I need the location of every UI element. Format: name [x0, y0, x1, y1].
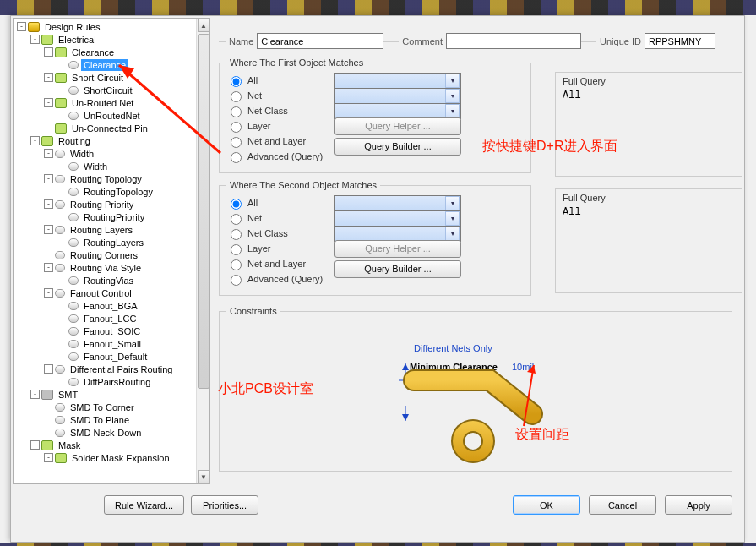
tree-expander[interactable]: - [44, 364, 53, 374]
tree-expander[interactable]: - [30, 440, 40, 450]
tree-item[interactable]: -Fanout Control [14, 287, 196, 299]
tree-item-label: Width [81, 161, 110, 172]
tree-item[interactable]: -SMT [14, 388, 196, 401]
comment-input[interactable] [446, 33, 581, 49]
tree-item[interactable]: SMD Neck-Down [14, 426, 196, 439]
first-object-legend: Where The First Object Matches [226, 57, 367, 68]
tree-item[interactable]: -Routing Topology [14, 172, 196, 185]
tree-item[interactable]: SMD To Plane [14, 413, 196, 426]
tree-item-label: Design Rules [42, 21, 102, 33]
name-input[interactable] [257, 33, 383, 49]
tree-scrollbar[interactable]: ▲ ▼ [196, 19, 209, 483]
rule-wizard-button[interactable]: Rule Wizard... [104, 495, 184, 515]
tree-expander[interactable]: - [17, 22, 26, 31]
match1-netclass[interactable]: Net Class [226, 103, 328, 118]
cancel-button[interactable]: Cancel [589, 495, 656, 515]
match1-query-builder-button[interactable]: Query Builder ... [334, 138, 461, 156]
tree-rule-icon [55, 226, 65, 234]
tree-item-label: DiffPairsRouting [81, 376, 153, 388]
tree-expander[interactable]: - [44, 453, 53, 462]
match1-net[interactable]: Net [226, 88, 328, 103]
match2-combo-netclass[interactable]: ▾ [334, 210, 461, 227]
match1-combo-net[interactable]: ▾ [334, 73, 461, 89]
match1-combo-netclass[interactable]: ▾ [334, 88, 461, 104]
tree-item[interactable]: -Un-Routed Net [14, 96, 196, 109]
match1-all[interactable]: All [226, 73, 328, 88]
tree-item[interactable]: -Solder Mask Expansion [14, 451, 196, 464]
match2-all[interactable]: All [226, 195, 328, 210]
tree-item[interactable]: -Clearance [14, 46, 196, 58]
tree-item-label: Width [68, 148, 96, 160]
tree-item[interactable]: Fanout_Default [14, 350, 196, 363]
tree-expander[interactable]: - [44, 174, 53, 183]
tree-rule-icon [68, 314, 79, 323]
tree-item[interactable]: Un-Connected Pin [14, 122, 196, 134]
tree-expander[interactable]: - [44, 263, 53, 272]
scroll-down-icon[interactable]: ▼ [198, 470, 209, 483]
apply-button[interactable]: Apply [665, 495, 732, 515]
match1-netlayer[interactable]: Net and Layer [226, 134, 328, 149]
tree-expander[interactable]: - [30, 390, 40, 399]
tree-item[interactable]: -Routing [14, 134, 196, 147]
clearance-graphic [389, 363, 574, 473]
tree-item[interactable]: RoutingPriority [14, 210, 196, 223]
match2-adv[interactable]: Advanced (Query) [226, 271, 328, 287]
tree-item-label: Routing Via Style [68, 262, 144, 274]
tree-expander[interactable]: - [44, 225, 53, 234]
tree-item-label: Un-Routed Net [69, 97, 136, 109]
tree-item[interactable]: Fanout_SOIC [14, 325, 196, 337]
tree-item[interactable]: DiffPairsRouting [14, 375, 196, 388]
match2-combo-net[interactable]: ▾ [334, 195, 461, 211]
ok-button[interactable]: OK [513, 495, 580, 515]
tree-item[interactable]: RoutingVias [14, 274, 196, 287]
tree-item[interactable]: -Width [14, 147, 196, 160]
rules-tree[interactable]: -Design Rules-Electrical-ClearanceCleara… [14, 19, 196, 466]
match1-adv[interactable]: Advanced (Query) [226, 149, 328, 164]
tree-item[interactable]: -Mask [14, 439, 196, 451]
match2-netlayer[interactable]: Net and Layer [226, 256, 328, 271]
tree-item[interactable]: -Short-Circuit [14, 71, 196, 84]
match2-query-builder-button[interactable]: Query Builder ... [334, 260, 461, 278]
tree-item[interactable]: SMD To Corner [14, 401, 196, 413]
tree-item[interactable]: Routing Corners [14, 248, 196, 261]
priorities-button[interactable]: Priorities... [191, 495, 258, 515]
scroll-up-icon[interactable]: ▲ [198, 19, 209, 32]
tree-cat-icon [41, 35, 53, 45]
match2-netclass[interactable]: Net Class [226, 226, 328, 241]
scroll-thumb[interactable] [198, 34, 209, 389]
tree-item[interactable]: Fanout_LCC [14, 312, 196, 325]
match1-layer[interactable]: Layer [226, 118, 328, 134]
match2-query-helper-button[interactable]: Query Helper ... [334, 240, 461, 258]
tree-expander[interactable]: - [44, 288, 53, 298]
tree-item[interactable]: RoutingTopology [14, 185, 196, 198]
tree-item[interactable]: Width [14, 160, 196, 172]
tree-item[interactable]: -Design Rules [14, 20, 196, 33]
tree-item[interactable]: -Electrical [14, 33, 196, 46]
tree-item[interactable]: UnRoutedNet [14, 109, 196, 122]
tree-item[interactable]: Clearance [14, 58, 196, 71]
tree-item[interactable]: RoutingLayers [14, 236, 196, 248]
comment-label: Comment [399, 36, 446, 46]
tree-item[interactable]: -Routing Via Style [14, 261, 196, 274]
tree-item[interactable]: -Routing Layers [14, 223, 196, 236]
tree-expander[interactable]: - [30, 136, 40, 145]
tree-item[interactable]: -Differential Pairs Routing [14, 363, 196, 375]
tree-expander[interactable]: - [44, 47, 53, 57]
tree-item[interactable]: -Routing Priority [14, 198, 196, 210]
match2-net[interactable]: Net [226, 210, 328, 226]
tree-expander[interactable]: - [44, 149, 53, 158]
tree-rule-icon [55, 150, 65, 158]
different-nets-label[interactable]: Different Nets Only [414, 343, 492, 353]
match1-query-helper-button[interactable]: Query Helper ... [334, 117, 461, 135]
match2-layer[interactable]: Layer [226, 241, 328, 256]
tree-item[interactable]: Fanout_BGA [14, 299, 196, 312]
tree-item-label: Routing Layers [68, 224, 135, 236]
tree-item[interactable]: Fanout_Small [14, 337, 196, 350]
tree-expander[interactable]: - [44, 199, 53, 209]
tree-expander[interactable]: - [44, 73, 53, 82]
tree-expander[interactable]: - [30, 35, 40, 44]
tree-expander[interactable]: - [44, 98, 53, 107]
uniqueid-input[interactable] [645, 33, 715, 49]
tree-item[interactable]: ShortCircuit [14, 84, 196, 96]
background-strip-top [0, 0, 756, 15]
